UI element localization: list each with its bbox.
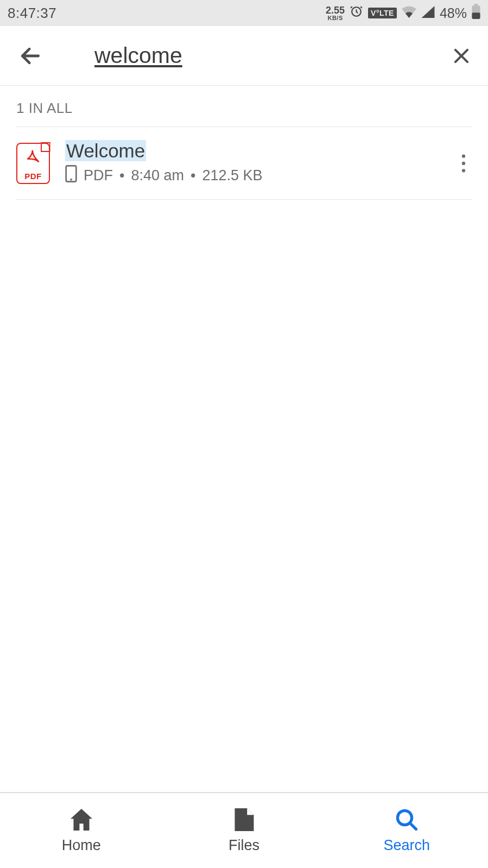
- result-item-meta: PDF • 8:40 am • 212.5 KB: [65, 165, 449, 186]
- svg-point-6: [462, 154, 465, 157]
- home-icon: [69, 808, 93, 832]
- signal-icon: [421, 5, 435, 22]
- svg-point-8: [462, 169, 465, 172]
- nav-home[interactable]: Home: [0, 793, 163, 868]
- more-options-button[interactable]: [455, 147, 472, 180]
- nav-search[interactable]: Search: [325, 793, 488, 868]
- arrow-left-icon: [18, 44, 42, 68]
- clear-search-button[interactable]: [445, 46, 472, 66]
- alarm-icon: [350, 4, 363, 22]
- results-area: 1 IN ALL PDF Welcome PDF •: [0, 86, 488, 200]
- search-field-wrap: [46, 43, 445, 68]
- result-item-size: 212.5 KB: [202, 167, 262, 184]
- nav-home-label: Home: [62, 837, 101, 854]
- result-item-time: 8:40 am: [131, 167, 184, 184]
- search-icon: [395, 808, 418, 832]
- result-item[interactable]: PDF Welcome PDF • 8:40 am • 212.5 KB: [16, 127, 472, 199]
- svg-rect-1: [474, 4, 478, 5]
- result-item-type: PDF: [84, 167, 113, 184]
- svg-rect-3: [472, 12, 480, 19]
- adobe-swoosh-icon: [25, 149, 41, 165]
- result-item-title: Welcome: [65, 140, 449, 162]
- back-button[interactable]: [18, 44, 46, 68]
- nav-files[interactable]: Files: [163, 793, 326, 868]
- nav-search-label: Search: [383, 837, 430, 854]
- more-vertical-icon: [461, 154, 466, 173]
- search-header: [0, 26, 488, 86]
- status-bar: 8:47:37 2.55 KB/S V°LTE 48%: [0, 0, 488, 26]
- battery-icon: [472, 4, 480, 23]
- nav-files-label: Files: [229, 837, 259, 854]
- device-icon: [65, 165, 77, 186]
- volte-badge: V°LTE: [368, 8, 397, 18]
- status-right: 2.55 KB/S V°LTE 48%: [326, 4, 480, 23]
- bottom-nav: Home Files Search: [0, 792, 488, 868]
- svg-point-5: [71, 179, 71, 180]
- file-icon-label: PDF: [17, 172, 49, 181]
- svg-point-7: [462, 161, 465, 164]
- search-input[interactable]: [94, 43, 445, 68]
- battery-percent: 48%: [440, 5, 467, 21]
- wifi-icon: [402, 5, 416, 22]
- status-time: 8:47:37: [8, 5, 56, 22]
- file-icon: [235, 808, 254, 832]
- divider: [16, 199, 472, 200]
- close-icon: [451, 46, 472, 66]
- result-item-text: Welcome PDF • 8:40 am • 212.5 KB: [65, 140, 449, 186]
- network-speed: 2.55 KB/S: [326, 5, 345, 21]
- results-count: 1 IN ALL: [16, 86, 472, 126]
- pdf-file-icon: PDF: [16, 143, 50, 184]
